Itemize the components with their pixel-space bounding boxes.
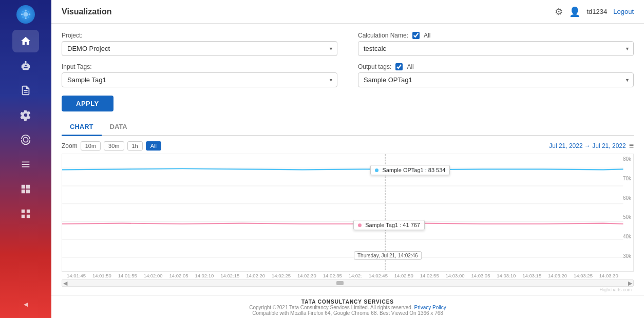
calc-name-checkbox[interactable] (412, 32, 420, 39)
svg-point-6 (27, 16, 29, 18)
sidebar-item-gear1[interactable] (12, 104, 39, 126)
sidebar-item-document[interactable] (12, 79, 39, 102)
zoom-30m[interactable]: 30m (104, 141, 124, 151)
x-label-21: 14:03:30 (599, 273, 618, 278)
y-label-80k: 80k (623, 156, 631, 162)
tabs: CHART DATA (62, 120, 634, 136)
tab-chart[interactable]: CHART (62, 120, 102, 136)
svg-point-4 (29, 13, 31, 15)
x-label-15: 14:03:00 (446, 273, 465, 278)
output-tags-checkbox[interactable] (395, 63, 403, 70)
x-label-16: 14:03:05 (471, 273, 490, 278)
zoom-10m[interactable]: 10m (81, 141, 101, 151)
calc-name-group: Calculation Name: All testcalc (358, 32, 634, 56)
scrollbar-thumb[interactable] (336, 281, 344, 285)
sidebar-item-grid[interactable] (12, 202, 39, 225)
zoom-label: Zoom (62, 142, 78, 149)
x-label-20: 14:03:25 (574, 273, 593, 278)
x-label-18: 14:03:15 (522, 273, 541, 278)
x-label-7: 14:02:20 (246, 273, 265, 278)
svg-point-2 (25, 17, 27, 20)
output-tags-label: Output tags: (358, 63, 391, 70)
sidebar-item-gear3[interactable] (12, 153, 39, 176)
sidebar-item-robot[interactable] (12, 54, 39, 77)
sidebar: ◀ (0, 0, 51, 318)
chart-toolbar: Zoom 10m 30m 1h All Jul 21, 2022 → Jul 2… (62, 141, 634, 151)
zoom-all[interactable]: All (146, 141, 161, 151)
chart-scrollbar[interactable]: ◀ ▶ (62, 279, 634, 287)
calc-name-select[interactable]: testcalc (358, 41, 634, 56)
content-area: Project: DEMO Project Input Tags: Sample… (51, 24, 644, 295)
x-label-12: 14:02:45 (369, 273, 388, 278)
x-label-19: 14:03:20 (548, 273, 567, 278)
logout-link[interactable]: Logout (613, 8, 634, 15)
project-select[interactable]: DEMO Project (62, 41, 337, 56)
sidebar-collapse-btn[interactable]: ◀ (24, 301, 28, 308)
calc-name-select-wrapper: testcalc (358, 41, 634, 56)
chart-x-axis: 14:01:45 14:01:50 14:01:55 14:02:00 14:0… (62, 272, 634, 278)
y-label-30k: 30k (623, 253, 631, 259)
svg-point-8 (22, 16, 24, 18)
output-tags-label-row: Output tags: All (358, 63, 634, 70)
input-tags-select-wrapper: Sample Tag1 (62, 72, 337, 87)
highcharts-credit: Highcharts.com (62, 287, 634, 292)
footer-privacy-link[interactable]: Privacy Policy (414, 305, 446, 310)
chart-nav-left[interactable]: ◀ (63, 280, 67, 287)
x-label-9: 14:02:30 (297, 273, 316, 278)
cursor-label: Thursday, Jul 21, 14:02:46 (354, 251, 422, 260)
form-section: Project: DEMO Project Input Tags: Sample… (62, 32, 634, 87)
settings-icon[interactable]: ⚙ (555, 6, 563, 17)
input-tags-group: Input Tags: Sample Tag1 (62, 63, 337, 87)
calc-name-label-row: Calculation Name: All (358, 32, 634, 39)
output-tags-group: Output tags: All Sample OPTag1 (358, 63, 634, 87)
x-label-3: 14:02:00 (144, 273, 163, 278)
zoom-1h[interactable]: 1h (127, 141, 143, 151)
project-group: Project: DEMO Project (62, 32, 337, 56)
calc-name-checkbox-label: All (424, 32, 430, 39)
tab-data[interactable]: DATA (102, 120, 136, 136)
x-label-13: 14:02:50 (394, 273, 413, 278)
x-label-10: 14:02:35 (323, 273, 342, 278)
zoom-controls: Zoom 10m 30m 1h All (62, 141, 161, 151)
calc-name-label: Calculation Name: (358, 32, 408, 39)
x-label-17: 14:03:10 (497, 273, 516, 278)
page-title: Visualization (62, 7, 112, 16)
input-tags-select[interactable]: Sample Tag1 (62, 72, 337, 87)
svg-point-3 (21, 13, 23, 15)
chart-container: 80k 70k 60k 50k 40k 30k Sample OPTag1 : … (62, 154, 634, 272)
apply-button[interactable]: APPLY (62, 96, 113, 111)
y-label-70k: 70k (623, 176, 631, 181)
sidebar-item-gear2[interactable] (12, 128, 39, 151)
main-content: Visualization ⚙ 👤 td1234 Logout Project:… (51, 0, 644, 318)
date-range: Jul 21, 2022 → Jul 21, 2022 ≡ (549, 141, 634, 151)
sidebar-item-home[interactable] (12, 30, 39, 52)
x-label-14: 14:02:55 (420, 273, 439, 278)
app-logo (16, 5, 35, 24)
header: Visualization ⚙ 👤 td1234 Logout (51, 0, 644, 24)
footer-copyright-text: Copyright ©2021 Tata Consultancy Service… (249, 305, 412, 310)
project-label: Project: (62, 32, 337, 39)
y-label-40k: 40k (623, 234, 631, 239)
x-label-1: 14:01:50 (92, 273, 111, 278)
svg-point-16 (383, 167, 387, 172)
output-tags-checkbox-label: All (407, 63, 413, 70)
y-label-50k: 50k (623, 214, 631, 220)
chart-menu-icon[interactable]: ≡ (629, 141, 634, 151)
header-right: ⚙ 👤 td1234 Logout (555, 6, 634, 17)
svg-point-17 (383, 221, 387, 226)
input-tags-label: Input Tags: (62, 63, 337, 70)
x-label-4: 14:02:05 (169, 273, 188, 278)
sidebar-item-table[interactable] (12, 178, 39, 200)
footer-brand-name: TATA CONSULTANCY SERVICES (301, 299, 394, 305)
output-tags-select-wrapper: Sample OPTag1 (358, 72, 634, 87)
x-label-2: 14:01:55 (118, 273, 137, 278)
x-label-0: 14:01:45 (67, 273, 86, 278)
x-label-5: 14:02:10 (195, 273, 214, 278)
output-tags-select[interactable]: Sample OPTag1 (358, 72, 634, 87)
chart-nav-right[interactable]: ▶ (628, 280, 632, 287)
project-select-wrapper: DEMO Project (62, 41, 337, 56)
x-label-6: 14:02:15 (220, 273, 239, 278)
svg-point-0 (23, 12, 28, 16)
x-label-8: 14:02:25 (272, 273, 291, 278)
chart-svg (62, 154, 633, 271)
